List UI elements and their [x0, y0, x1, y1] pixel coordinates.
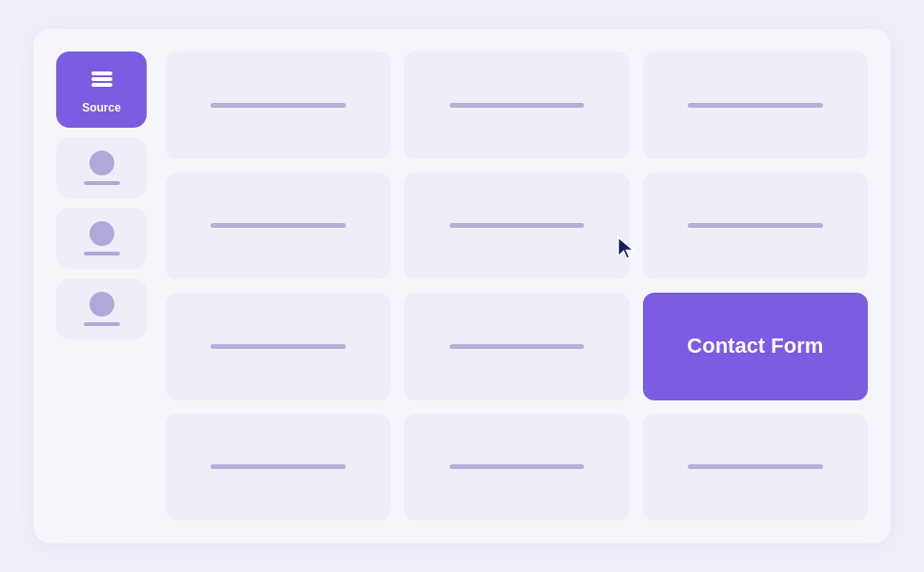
main-grid: Contact Form: [166, 51, 868, 521]
svg-rect-2: [91, 72, 112, 75]
grid-card-4-3[interactable]: [643, 414, 868, 521]
grid-card-2-3[interactable]: [643, 173, 868, 280]
card-line: [688, 223, 823, 228]
grid-cell-2-2-wrapper: [404, 173, 629, 280]
stack-icon: [87, 65, 117, 95]
contact-form-card[interactable]: Contact Form: [643, 293, 868, 400]
grid-card-4-1[interactable]: [166, 414, 391, 521]
card-line: [211, 464, 346, 469]
avatar-icon-4: [90, 292, 114, 317]
card-line: [450, 344, 585, 349]
card-line: [688, 464, 823, 469]
grid-card-3-1[interactable]: [166, 293, 391, 400]
card-line: [211, 344, 346, 349]
sidebar-item-source[interactable]: Source: [56, 51, 147, 128]
avatar-line-4: [84, 322, 120, 326]
grid-card-4-2[interactable]: [404, 414, 629, 521]
card-line: [211, 223, 346, 228]
avatar-icon-2: [90, 151, 114, 175]
sidebar-item-3[interactable]: [56, 208, 147, 269]
grid-card-2-1[interactable]: [166, 173, 391, 280]
card-line: [450, 103, 585, 108]
sidebar-item-source-label: Source: [82, 101, 121, 114]
avatar-line-3: [84, 252, 120, 255]
grid-card-1-2[interactable]: [404, 51, 629, 159]
sidebar-item-2[interactable]: [56, 137, 147, 198]
card-line: [450, 464, 585, 469]
avatar-icon-3: [90, 221, 114, 246]
card-line: [450, 223, 585, 228]
sidebar: Source: [56, 51, 147, 521]
app-container: Source: [33, 29, 891, 543]
grid-card-1-1[interactable]: [166, 51, 391, 159]
svg-rect-0: [91, 83, 112, 87]
grid-card-2-2[interactable]: [404, 173, 629, 280]
contact-form-label: Contact Form: [677, 324, 833, 368]
svg-rect-1: [91, 77, 112, 81]
grid-card-3-2[interactable]: [404, 293, 629, 400]
avatar-line-2: [84, 181, 120, 185]
sidebar-item-4[interactable]: [56, 278, 147, 339]
grid-card-1-3[interactable]: [643, 51, 868, 159]
card-line: [211, 103, 346, 108]
card-line: [688, 103, 823, 108]
